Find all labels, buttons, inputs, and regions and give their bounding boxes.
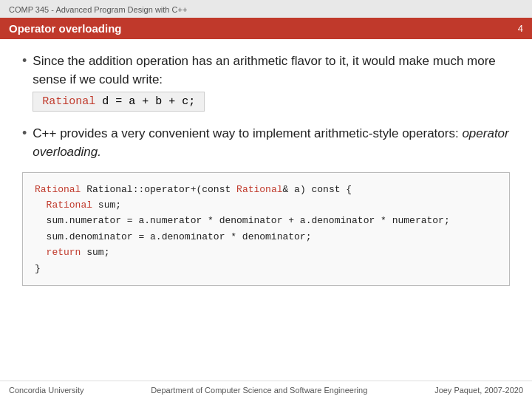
bullet-dot-2: • bbox=[22, 126, 27, 141]
header-bar: Operator overloading 4 bbox=[0, 18, 532, 39]
footer: Concordia University Department of Compu… bbox=[0, 381, 532, 399]
code-2b: sum; bbox=[92, 200, 121, 211]
code-block: Rational Rational::operator+(const Ratio… bbox=[22, 172, 510, 287]
top-bar: COMP 345 - Advanced Program Design with … bbox=[0, 0, 532, 18]
kw-return: return bbox=[47, 247, 81, 258]
footer-left: Concordia University bbox=[9, 386, 83, 395]
code-line-5: return sum; bbox=[35, 245, 497, 260]
code-6: } bbox=[35, 263, 41, 274]
kw-rational-3: Rational bbox=[47, 200, 92, 211]
kw-rational-2: Rational bbox=[236, 184, 282, 195]
code-1b: operator+(const bbox=[144, 184, 236, 195]
code-line-3: sum.numerator = a.numerator * denominato… bbox=[35, 213, 497, 228]
code-2a bbox=[35, 200, 47, 211]
code-line-4: sum.denominator = a.denominator * denomi… bbox=[35, 229, 497, 245]
bullet-dot-1: • bbox=[22, 53, 27, 69]
bullet-2: • C++ provides a very convenient way to … bbox=[22, 125, 510, 161]
code-4: sum.denominator = a.denominator * denomi… bbox=[35, 231, 311, 242]
kw-rational-1: Rational bbox=[35, 184, 81, 195]
bullet-2-text: C++ provides a very convenient way to im… bbox=[33, 126, 508, 159]
footer-center: Department of Computer Science and Softw… bbox=[151, 386, 367, 395]
bullet-2-italic: operator overloading. bbox=[33, 126, 508, 159]
code-1a: Rational:: bbox=[81, 184, 144, 195]
code-3: sum.numerator = a.numerator * denominato… bbox=[35, 215, 450, 226]
code-inline-1: Rational d = a + b + c; bbox=[33, 92, 205, 112]
slide-number: 4 bbox=[518, 23, 523, 34]
code-1c: & a) const { bbox=[283, 184, 352, 195]
code-inline-rest: d = a + b + c; bbox=[95, 95, 195, 108]
code-line-1: Rational Rational::operator+(const Ratio… bbox=[35, 182, 497, 197]
code-line-2: Rational sum; bbox=[35, 197, 497, 213]
code-5b: sum; bbox=[81, 247, 109, 258]
bullet-1: • Since the addition operation has an ar… bbox=[22, 52, 510, 115]
bullet-1-text: Since the addition operation has an arit… bbox=[33, 54, 496, 86]
code-5a bbox=[35, 247, 47, 258]
keyword-rational: Rational bbox=[42, 95, 95, 108]
main-content: • Since the addition operation has an ar… bbox=[0, 39, 532, 301]
footer-right: Joey Paquet, 2007-2020 bbox=[434, 386, 523, 395]
code-line-6: } bbox=[35, 261, 497, 276]
header-title: Operator overloading bbox=[9, 22, 122, 35]
course-label: COMP 345 - Advanced Program Design with … bbox=[9, 5, 187, 14]
